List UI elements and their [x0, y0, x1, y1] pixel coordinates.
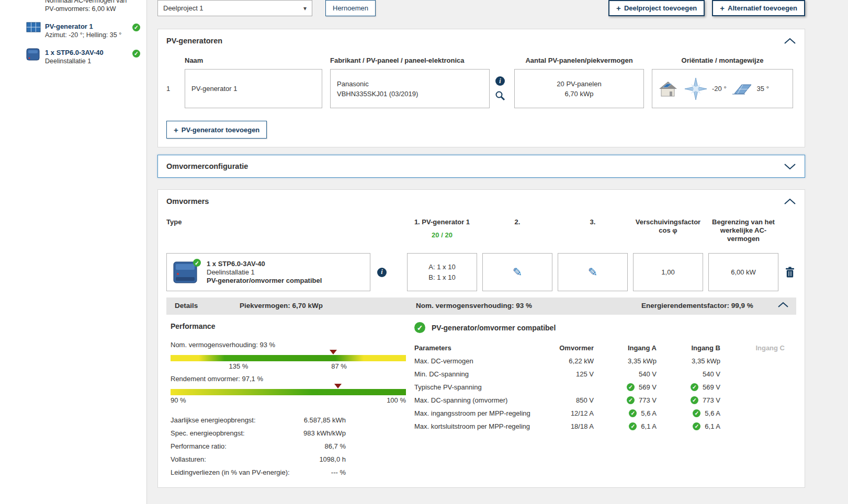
power-ratio: Nom. vermogensverhouding: 93 %: [416, 302, 532, 310]
cos-phi-value: 1,00: [661, 267, 674, 278]
col-gen1: 1. PV-generator 1 20 / 20: [407, 218, 477, 239]
collapse-chevron-up-icon[interactable]: [784, 38, 796, 44]
panel-select-box[interactable]: Panasonic VBHN335SKJ01 (03/2019): [330, 69, 490, 108]
param-a: ✓ 569 V: [594, 381, 657, 394]
trash-icon: [785, 267, 795, 278]
inverter-row: ✓ 1 x STP6.0-3AV-40 Deelinstallatie 1 PV…: [166, 253, 796, 291]
compass-icon: [684, 77, 707, 100]
col-3: 3.: [558, 218, 628, 226]
panel-power: 6,70 kWp: [565, 89, 594, 99]
inverter-name: 1 x STP6.0-3AV-40: [207, 260, 322, 268]
details-bar[interactable]: Details Piekvermogen: 6,70 kWp Nom. verm…: [166, 297, 796, 315]
param-b: ✓ 5,6 A: [657, 407, 720, 420]
parameters-table: Parameters Omvormer Ingang A Ingang B In…: [414, 341, 796, 433]
param-b: ✓ 773 V: [657, 394, 720, 407]
add-subproject-button[interactable]: + Deelproject toevoegen: [608, 0, 705, 16]
orientation-box[interactable]: -20 ° 35 °: [652, 69, 793, 108]
ok-check-icon: ✓: [627, 383, 635, 391]
peak-power: Piekvermogen: 6,70 kWp: [240, 302, 323, 310]
add-pv-generator-button[interactable]: + PV-generator toevoegen: [166, 121, 267, 139]
details-label: Details: [175, 302, 198, 310]
ok-check-icon: ✓: [627, 396, 635, 404]
col-type: Type: [166, 218, 402, 226]
project-tree-sidebar: Nominaal AC-vermogen van PV-omvormers: 6…: [0, 0, 147, 504]
param-b: ✓ 569 V: [657, 381, 720, 394]
subproject-toolbar: Deelproject 1 ▾ Hernoemen + Deelproject …: [157, 0, 805, 16]
param-inverter: 125 V: [530, 368, 594, 381]
inverter-type-box[interactable]: ✓ 1 x STP6.0-3AV-40 Deelinstallatie 1 PV…: [166, 253, 370, 291]
param-label: Typische PV-spanning: [414, 381, 530, 394]
param-b: ✓ 6,1 A: [657, 420, 720, 433]
performance-stats: Jaarlijkse energieopbrengst: 6.587,85 kW…: [171, 414, 407, 479]
param-b: 3,35 kWp: [657, 354, 720, 368]
search-icon[interactable]: [495, 90, 505, 101]
ok-check-icon: ✓: [629, 409, 637, 417]
inverter-config-panel[interactable]: Omvormerconfiguratie: [157, 155, 805, 178]
row-index: 1: [166, 85, 177, 93]
cos-phi-box[interactable]: 1,00: [633, 253, 703, 291]
pv-generator-name-input[interactable]: [185, 69, 322, 108]
ratio-bar-label: Nom. vermogensverhouding: 93 %: [171, 341, 407, 349]
gen3-edit-box[interactable]: ✎: [558, 253, 628, 291]
pv-panel-icon: [26, 22, 41, 33]
col-name: Naam: [185, 56, 322, 69]
compatibility-section: ✓ PV-generator/omvormer compatibel Param…: [414, 322, 796, 479]
performance-title: Performance: [171, 322, 407, 330]
ac-limit-box[interactable]: 6,00 kW: [708, 253, 778, 291]
stat-label: Jaarlijkse energieopbrengst:: [171, 414, 293, 427]
expand-chevron-down-icon[interactable]: [784, 163, 796, 170]
param-label: Max. ingangsstroom per MPP-regeling: [414, 407, 530, 420]
delete-inverter-button[interactable]: [784, 253, 796, 291]
gauge-tick: 100 %: [387, 396, 406, 404]
inverter-subtitle: Deelinstallatie 1: [207, 268, 322, 277]
pv-generators-panel: PV-generatoren Naam Fabrikant / PV-panee…: [157, 29, 805, 147]
plus-icon: +: [174, 125, 178, 134]
ok-check-icon: ✓: [693, 409, 700, 417]
param-a: ✓ 6,1 A: [594, 420, 657, 433]
add-alternative-button[interactable]: + Alternatief toevoegen: [712, 0, 805, 16]
inverter-image: ✓: [173, 261, 197, 283]
gauge-tick: 87 %: [331, 362, 347, 370]
col-input-a: Ingang A: [594, 341, 657, 354]
inverter-icon: [26, 48, 41, 61]
tree-item-title: 1 x STP6.0-3AV-40: [45, 49, 129, 57]
panel-count-box[interactable]: 20 PV-panelen 6,70 kWp: [514, 69, 644, 108]
col-orientation: Oriëntatie / montagewijze: [652, 56, 793, 69]
status-ok-icon: ✓: [414, 322, 425, 333]
subproject-select-value: Deelproject 1: [163, 4, 203, 12]
tree-item-pv-generator[interactable]: PV-generator 1 Azimut: -20 °; Helling: 3…: [0, 18, 146, 44]
inverters-title: Omvormers: [166, 197, 209, 205]
stat-label: Vollasturen:: [171, 453, 293, 466]
stat-value: 983 kWh/kWp: [293, 427, 346, 440]
ac-limit-value: 6,00 kW: [731, 267, 756, 278]
gauge-marker: [330, 350, 337, 354]
ok-check-icon: ✓: [691, 396, 698, 404]
param-a: 540 V: [594, 368, 657, 381]
gen2-edit-box[interactable]: ✎: [482, 253, 552, 291]
main-area: Deelproject 1 ▾ Hernoemen + Deelproject …: [147, 0, 848, 504]
tree-item-subtitle: Deelinstallatie 1: [45, 57, 129, 65]
info-icon[interactable]: i: [495, 76, 505, 86]
param-label: Max. DC-spanning (omvormer): [414, 394, 530, 407]
ok-check-icon: ✓: [693, 422, 700, 430]
tree-item-inverter[interactable]: 1 x STP6.0-3AV-40 Deelinstallatie 1 ✓: [0, 44, 146, 70]
subproject-select[interactable]: Deelproject 1 ▾: [157, 0, 312, 16]
status-ok-icon: ✓: [132, 49, 140, 58]
string-a: A: 1 x 10: [428, 262, 455, 272]
panel-model: VBHN335SKJ01 (03/2019): [337, 89, 483, 99]
inverter-status: PV-generator/omvormer compatibel: [207, 277, 322, 285]
param-inverter: [530, 381, 594, 394]
azimuth-value: -20 °: [712, 85, 727, 93]
collapse-chevron-up-icon[interactable]: [777, 302, 789, 308]
info-icon[interactable]: i: [377, 268, 387, 277]
collapse-chevron-up-icon[interactable]: [784, 198, 796, 205]
param-inverter: 850 V: [530, 394, 594, 407]
tree-item-ac-power[interactable]: Nominaal AC-vermogen van PV-omvormers: 6…: [0, 0, 146, 18]
gen1-string-config-box[interactable]: A: 1 x 10 B: 1 x 10: [407, 253, 477, 291]
rename-button[interactable]: Hernoemen: [325, 0, 376, 16]
pv-generators-title: PV-generatoren: [166, 37, 222, 45]
param-b: 540 V: [657, 368, 720, 381]
plus-icon: +: [616, 4, 621, 13]
efficiency-gauge: 90 % 100 %: [171, 389, 406, 404]
col-manufacturer: Fabrikant / PV-paneel / paneel-elektroni…: [330, 56, 506, 69]
